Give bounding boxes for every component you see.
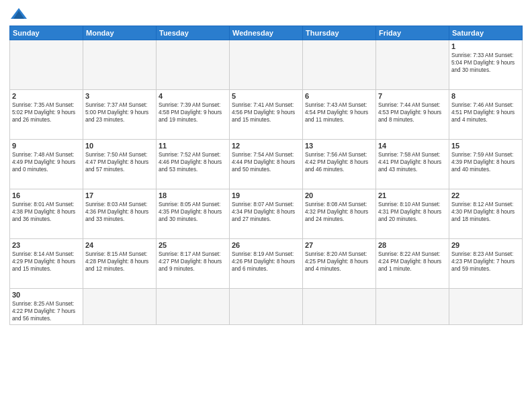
calendar-cell [157,40,230,90]
calendar-cell: 30Sunrise: 8:25 AM Sunset: 4:22 PM Dayli… [10,289,83,325]
calendar-cell: 2Sunrise: 7:35 AM Sunset: 5:02 PM Daylig… [10,90,83,140]
calendar-cell: 6Sunrise: 7:43 AM Sunset: 4:54 PM Daylig… [303,90,376,140]
calendar-cell: 17Sunrise: 8:03 AM Sunset: 4:36 PM Dayli… [83,189,157,239]
day-info: Sunrise: 7:58 AM Sunset: 4:41 PM Dayligh… [378,151,447,173]
page: SundayMondayTuesdayWednesdayThursdayFrid… [0,0,532,411]
day-info: Sunrise: 7:48 AM Sunset: 4:49 PM Dayligh… [12,151,81,173]
calendar-cell: 3Sunrise: 7:37 AM Sunset: 5:00 PM Daylig… [83,90,157,140]
calendar-cell: 13Sunrise: 7:56 AM Sunset: 4:42 PM Dayli… [303,140,376,189]
day-number: 14 [378,142,447,150]
calendar-cell [376,40,449,90]
calendar-week-row: 16Sunrise: 8:01 AM Sunset: 4:38 PM Dayli… [10,189,523,239]
day-info: Sunrise: 8:12 AM Sunset: 4:30 PM Dayligh… [451,201,520,223]
weekday-header-row: SundayMondayTuesdayWednesdayThursdayFrid… [10,26,523,40]
calendar-cell: 28Sunrise: 8:22 AM Sunset: 4:24 PM Dayli… [376,239,449,289]
day-number: 17 [85,191,154,199]
day-number: 9 [12,142,81,150]
day-info: Sunrise: 7:41 AM Sunset: 4:56 PM Dayligh… [232,101,300,124]
day-number: 15 [451,142,520,150]
day-number: 21 [378,191,447,199]
day-info: Sunrise: 7:43 AM Sunset: 4:54 PM Dayligh… [305,101,373,124]
day-info: Sunrise: 7:44 AM Sunset: 4:53 PM Dayligh… [378,101,447,124]
calendar-cell: 4Sunrise: 7:39 AM Sunset: 4:58 PM Daylig… [157,90,230,140]
calendar-cell [10,40,83,90]
day-number: 30 [12,291,81,299]
calendar-cell: 26Sunrise: 8:19 AM Sunset: 4:26 PM Dayli… [230,239,303,289]
day-info: Sunrise: 8:03 AM Sunset: 4:36 PM Dayligh… [85,201,154,223]
day-info: Sunrise: 8:05 AM Sunset: 4:35 PM Dayligh… [159,201,227,223]
calendar-cell: 14Sunrise: 7:58 AM Sunset: 4:41 PM Dayli… [376,140,449,189]
header [9,7,523,21]
calendar-cell [303,289,376,325]
calendar-cell: 9Sunrise: 7:48 AM Sunset: 4:49 PM Daylig… [10,140,83,189]
weekday-header-saturday: Saturday [449,26,523,40]
day-number: 24 [85,241,154,249]
day-number: 3 [85,92,154,100]
calendar-cell: 8Sunrise: 7:46 AM Sunset: 4:51 PM Daylig… [449,90,523,140]
weekday-header-friday: Friday [376,26,449,40]
day-info: Sunrise: 8:01 AM Sunset: 4:38 PM Dayligh… [12,201,81,223]
day-number: 13 [305,142,373,150]
calendar-cell: 23Sunrise: 8:14 AM Sunset: 4:29 PM Dayli… [10,239,83,289]
day-number: 19 [232,191,300,199]
day-number: 16 [12,191,81,199]
calendar-cell [230,40,303,90]
calendar-cell [83,289,157,325]
calendar-cell: 7Sunrise: 7:44 AM Sunset: 4:53 PM Daylig… [376,90,449,140]
calendar-cell: 10Sunrise: 7:50 AM Sunset: 4:47 PM Dayli… [83,140,157,189]
calendar-week-row: 23Sunrise: 8:14 AM Sunset: 4:29 PM Dayli… [10,239,523,289]
day-number: 2 [12,92,81,100]
day-info: Sunrise: 8:17 AM Sunset: 4:27 PM Dayligh… [159,250,227,273]
day-info: Sunrise: 7:46 AM Sunset: 4:51 PM Dayligh… [451,101,520,124]
day-info: Sunrise: 8:15 AM Sunset: 4:28 PM Dayligh… [85,250,154,273]
calendar-cell: 27Sunrise: 8:20 AM Sunset: 4:25 PM Dayli… [303,239,376,289]
calendar-cell [83,40,157,90]
calendar-cell: 18Sunrise: 8:05 AM Sunset: 4:35 PM Dayli… [157,189,230,239]
day-number: 22 [451,191,520,199]
day-info: Sunrise: 7:39 AM Sunset: 4:58 PM Dayligh… [159,101,227,124]
day-number: 6 [305,92,373,100]
calendar-cell: 22Sunrise: 8:12 AM Sunset: 4:30 PM Dayli… [449,189,523,239]
calendar-week-row: 2Sunrise: 7:35 AM Sunset: 5:02 PM Daylig… [10,90,523,140]
calendar-week-row: 9Sunrise: 7:48 AM Sunset: 4:49 PM Daylig… [10,140,523,189]
day-info: Sunrise: 7:50 AM Sunset: 4:47 PM Dayligh… [85,151,154,173]
calendar-cell: 19Sunrise: 8:07 AM Sunset: 4:34 PM Dayli… [230,189,303,239]
weekday-header-sunday: Sunday [10,26,83,40]
day-number: 1 [451,42,520,50]
calendar-cell: 5Sunrise: 7:41 AM Sunset: 4:56 PM Daylig… [230,90,303,140]
day-info: Sunrise: 8:20 AM Sunset: 4:25 PM Dayligh… [305,250,373,273]
calendar-cell: 24Sunrise: 8:15 AM Sunset: 4:28 PM Dayli… [83,239,157,289]
day-info: Sunrise: 8:10 AM Sunset: 4:31 PM Dayligh… [378,201,447,223]
weekday-header-wednesday: Wednesday [230,26,303,40]
day-info: Sunrise: 8:07 AM Sunset: 4:34 PM Dayligh… [232,201,300,223]
calendar-cell: 11Sunrise: 7:52 AM Sunset: 4:46 PM Dayli… [157,140,230,189]
day-info: Sunrise: 8:08 AM Sunset: 4:32 PM Dayligh… [305,201,373,223]
calendar-cell [303,40,376,90]
day-info: Sunrise: 7:35 AM Sunset: 5:02 PM Dayligh… [12,101,81,124]
calendar-cell: 15Sunrise: 7:59 AM Sunset: 4:39 PM Dayli… [449,140,523,189]
day-number: 5 [232,92,300,100]
weekday-header-tuesday: Tuesday [157,26,230,40]
day-number: 29 [451,241,520,249]
day-number: 26 [232,241,300,249]
day-number: 18 [159,191,227,199]
calendar-cell: 21Sunrise: 8:10 AM Sunset: 4:31 PM Dayli… [376,189,449,239]
day-number: 8 [451,92,520,100]
day-info: Sunrise: 8:22 AM Sunset: 4:24 PM Dayligh… [378,250,447,273]
calendar-week-row: 1Sunrise: 7:33 AM Sunset: 5:04 PM Daylig… [10,40,523,90]
weekday-header-monday: Monday [83,26,157,40]
calendar-cell [157,289,230,325]
day-info: Sunrise: 8:23 AM Sunset: 4:23 PM Dayligh… [451,250,520,273]
calendar-cell [230,289,303,325]
day-info: Sunrise: 7:33 AM Sunset: 5:04 PM Dayligh… [451,52,520,74]
day-info: Sunrise: 8:19 AM Sunset: 4:26 PM Dayligh… [232,250,300,273]
day-info: Sunrise: 7:52 AM Sunset: 4:46 PM Dayligh… [159,151,227,173]
day-info: Sunrise: 8:14 AM Sunset: 4:29 PM Dayligh… [12,250,81,273]
day-number: 20 [305,191,373,199]
calendar-cell: 16Sunrise: 8:01 AM Sunset: 4:38 PM Dayli… [10,189,83,239]
day-number: 10 [85,142,154,150]
day-info: Sunrise: 8:25 AM Sunset: 4:22 PM Dayligh… [12,300,81,322]
calendar-cell [449,289,523,325]
calendar-cell: 25Sunrise: 8:17 AM Sunset: 4:27 PM Dayli… [157,239,230,289]
day-number: 12 [232,142,300,150]
